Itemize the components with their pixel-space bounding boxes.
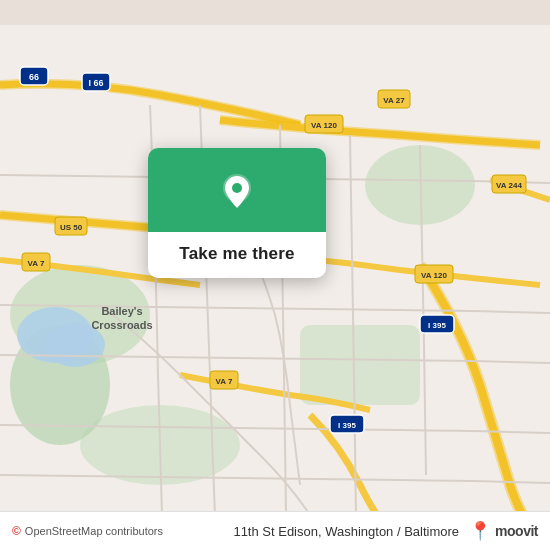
svg-rect-3: [300, 325, 420, 405]
svg-text:66: 66: [29, 72, 39, 82]
location-pin-icon: [215, 170, 259, 214]
svg-text:US 50: US 50: [60, 223, 83, 232]
svg-text:VA 244: VA 244: [496, 181, 522, 190]
popup-card: Take me there: [148, 148, 326, 278]
map-container: 66 I 66 VA 120 VA 120 VA 27 US 50 VA 7 V…: [0, 0, 550, 550]
svg-text:Bailey's: Bailey's: [101, 305, 142, 317]
moovit-pin-icon: 📍: [469, 520, 491, 542]
location-label: 11th St Edison, Washington / Baltimore: [233, 524, 459, 539]
svg-text:VA 27: VA 27: [383, 96, 405, 105]
popup-bottom: Take me there: [163, 232, 310, 278]
bottom-bar: © OpenStreetMap contributors 11th St Edi…: [0, 511, 550, 550]
svg-text:VA 120: VA 120: [421, 271, 447, 280]
svg-text:I 395: I 395: [338, 421, 356, 430]
popup-top: [148, 148, 326, 232]
osm-attribution-text: OpenStreetMap contributors: [25, 525, 234, 537]
svg-text:VA 7: VA 7: [216, 377, 233, 386]
svg-point-33: [232, 183, 242, 193]
moovit-brand-label: moovit: [495, 523, 538, 539]
take-me-there-button[interactable]: Take me there: [179, 244, 294, 264]
svg-text:VA 120: VA 120: [311, 121, 337, 130]
svg-text:VA 7: VA 7: [28, 259, 45, 268]
moovit-logo: 📍 moovit: [469, 520, 538, 542]
svg-text:I 66: I 66: [88, 78, 103, 88]
osm-copyright-symbol: ©: [12, 524, 21, 538]
svg-text:I 395: I 395: [428, 321, 446, 330]
svg-text:Crossroads: Crossroads: [91, 319, 152, 331]
